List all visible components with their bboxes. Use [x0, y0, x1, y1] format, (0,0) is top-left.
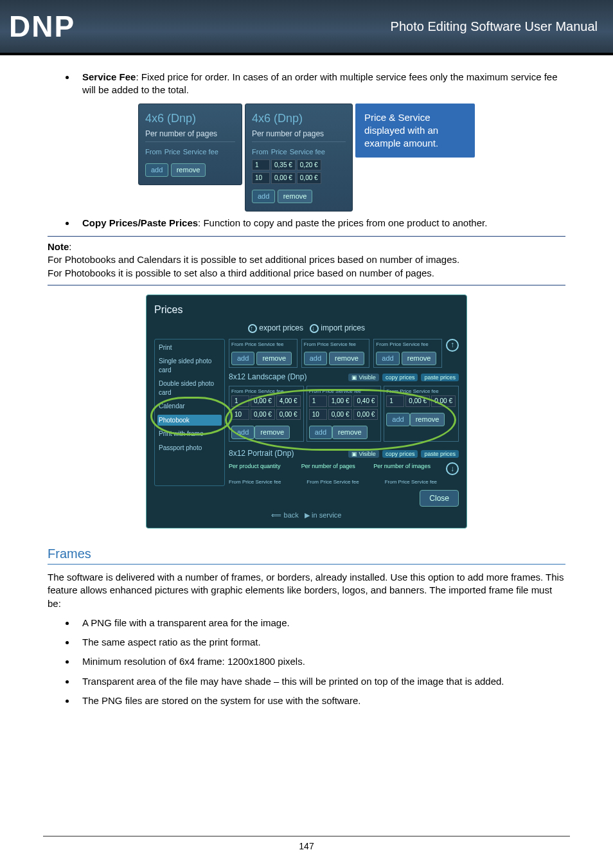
c: 0,00 €	[328, 409, 353, 420]
th-service: Service fee	[183, 147, 218, 157]
callout-line: Price & Service	[364, 111, 466, 124]
sidebar-item-double[interactable]: Double sided photo card	[157, 378, 222, 398]
h: Price	[323, 388, 334, 394]
h: Service fee	[413, 388, 439, 394]
h: Service fee	[258, 388, 283, 394]
remove-button[interactable]: remove	[256, 352, 292, 365]
c: 10	[231, 409, 249, 420]
visible-toggle[interactable]: ▣ Visible	[348, 374, 379, 381]
section-title: 8x12 Portrait (Dnp)	[229, 448, 294, 458]
visible-toggle[interactable]: ▣ Visible	[348, 450, 379, 458]
sidebar-item-calendar[interactable]: Calendar	[157, 401, 222, 412]
scroll-down-icon[interactable]: ↓	[446, 462, 459, 475]
remove-button[interactable]: remove	[410, 413, 445, 426]
inservice-label[interactable]: in service	[312, 511, 341, 519]
note-block: Note: For Photobooks and Calendars it is…	[48, 240, 565, 280]
price-block: From Price Service fee 11,00 €0,40 € 100…	[306, 386, 382, 442]
per-images: Per number of images	[373, 462, 442, 475]
h: Service fee	[403, 341, 429, 347]
h: Service fee	[411, 479, 437, 485]
sidebar-item-single[interactable]: Single sided photo card	[157, 356, 222, 375]
frames-bullet: The PNG files are stored on the system f…	[76, 694, 565, 707]
h: From	[309, 388, 321, 394]
page-number: 147	[299, 841, 314, 851]
remove-button[interactable]: remove	[254, 426, 290, 439]
frames-bullet: The same aspect ratio as the print forma…	[76, 636, 565, 649]
h: Price	[317, 341, 329, 347]
note-line: For Photobooks it is possible to set als…	[48, 267, 434, 278]
bottom-hdr-row: From Price Service fee From Price Servic…	[229, 479, 459, 486]
price-row: 1 0,35 € 0,20 €	[252, 159, 346, 171]
add-button[interactable]: add	[231, 352, 254, 365]
cell-from: 1	[252, 159, 270, 171]
c: 4,00 €	[276, 395, 301, 407]
price-panel-empty: 4x6 (Dnp) Per number of pages From Price…	[138, 104, 242, 185]
th-service: Service fee	[290, 147, 325, 157]
panel-headers: From Price Service fee	[145, 147, 235, 157]
remove-button[interactable]: remove	[278, 190, 313, 203]
panel-title: 4x6 (Dnp)	[252, 111, 346, 126]
footer-nav: ⟸ back ▶ in service	[154, 511, 459, 520]
callout-line: displayed with an	[364, 124, 466, 137]
h: From	[304, 341, 316, 347]
add-button[interactable]: add	[376, 352, 399, 365]
panel-subtitle: Per number of pages	[252, 129, 346, 142]
sidebar-item-print[interactable]: Print	[157, 342, 222, 354]
import-label[interactable]: import prices	[321, 323, 365, 332]
sidebar-item-passport[interactable]: Passport photo	[157, 442, 222, 454]
export-label[interactable]: export prices	[259, 323, 303, 332]
copy-paste-label: Copy Prices/Paste Prices	[82, 217, 198, 228]
copy-prices-button[interactable]: copy prices	[382, 450, 418, 458]
scroll-up-icon[interactable]: ↑	[446, 339, 459, 352]
prices-dialog-wrap: Prices export prices import prices Print…	[48, 294, 565, 529]
figure-price-panels: 4x6 (Dnp) Per number of pages From Price…	[48, 104, 565, 212]
c: 1	[231, 395, 249, 407]
price-row: 10 0,00 € 0,00 €	[252, 172, 346, 184]
paste-prices-button[interactable]: paste prices	[421, 450, 459, 458]
add-button[interactable]: add	[231, 426, 254, 439]
add-button[interactable]: add	[304, 352, 327, 365]
logo: DNP	[9, 6, 75, 46]
per-quantity: Per product quantity	[229, 462, 298, 475]
price-block: From Price Service fee 10,00 €4,00 € 100…	[229, 386, 304, 442]
remove-button[interactable]: remove	[329, 352, 364, 365]
add-button[interactable]: add	[309, 426, 332, 439]
visible-label: Visible	[359, 451, 375, 457]
frames-heading: Frames	[48, 545, 565, 565]
back-icon[interactable]: ⟸	[271, 511, 281, 519]
per-pages: Per number of pages	[301, 462, 370, 475]
add-button[interactable]: add	[252, 190, 275, 203]
remove-button[interactable]: remove	[402, 352, 437, 365]
h: Price	[320, 479, 332, 485]
import-icon[interactable]	[310, 324, 319, 333]
cell-price: 0,00 €	[271, 172, 296, 184]
h: From	[306, 479, 319, 485]
prices-dialog: Prices export prices import prices Print…	[146, 294, 467, 529]
c: 0,00 €	[431, 395, 456, 407]
mini-block: From Price Service fee add remove	[229, 339, 298, 368]
export-icon[interactable]	[248, 324, 257, 333]
copy-prices-button[interactable]: copy prices	[382, 374, 418, 381]
note-colon: :	[69, 241, 71, 252]
h: Price	[389, 341, 401, 347]
section-portrait-head: 8x12 Portrait (Dnp) ▣ Visible copy price…	[229, 448, 459, 458]
add-button[interactable]: add	[386, 413, 409, 426]
c: 10	[309, 409, 327, 420]
dialog-body: Print Single sided photo card Double sid…	[154, 339, 459, 486]
h: From	[229, 479, 241, 485]
paste-prices-button[interactable]: paste prices	[421, 374, 459, 381]
frames-bullet: Transparent area of the file may have sh…	[76, 675, 565, 688]
remove-button[interactable]: remove	[332, 426, 368, 439]
landscape-tables: From Price Service fee 10,00 €4,00 € 100…	[229, 386, 459, 442]
back-label[interactable]: back	[284, 511, 299, 519]
remove-button[interactable]: remove	[171, 163, 206, 177]
export-import-row: export prices import prices	[154, 323, 459, 333]
sidebar-item-photobook[interactable]: Photobook	[157, 415, 222, 426]
close-button[interactable]: Close	[420, 490, 459, 507]
cell-service: 0,20 €	[297, 159, 321, 171]
dialog-main: From Price Service fee add remove From P…	[229, 339, 459, 486]
sidebar-item-frame[interactable]: Print with frame	[157, 428, 222, 440]
h: Price	[245, 341, 256, 347]
play-icon[interactable]: ▶	[305, 511, 310, 519]
add-button[interactable]: add	[145, 163, 168, 177]
